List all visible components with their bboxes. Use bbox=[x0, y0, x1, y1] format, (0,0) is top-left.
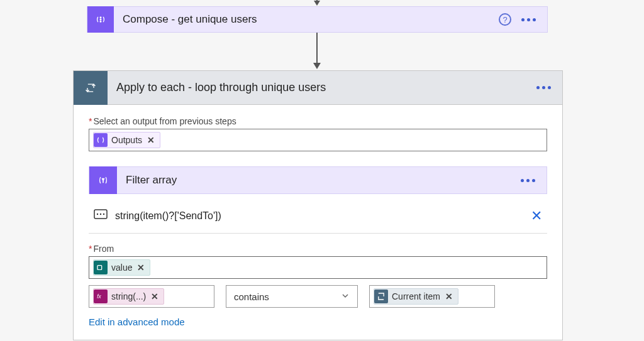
from-label: *From bbox=[89, 244, 547, 254]
flow-canvas: Compose - get unique users ? Apply to ea… bbox=[0, 0, 644, 341]
svg-point-9 bbox=[97, 214, 98, 215]
apply-body: *Select an output from previous steps Ou… bbox=[74, 105, 562, 340]
condition-right[interactable]: Current item ✕ bbox=[369, 285, 495, 308]
select-output-label: *Select an output from previous steps bbox=[89, 116, 547, 126]
loop-icon bbox=[74, 71, 108, 105]
arrow-in bbox=[311, 0, 323, 6]
compose-actions: ? bbox=[499, 13, 547, 26]
help-icon[interactable]: ? bbox=[499, 13, 511, 26]
select-output-input[interactable]: Outputs ✕ bbox=[89, 129, 547, 151]
token-outputs-label: Outputs bbox=[111, 135, 142, 145]
compose-icon bbox=[87, 6, 114, 33]
apply-header[interactable]: Apply to each - loop through unique user… bbox=[74, 71, 562, 105]
apply-title: Apply to each - loop through unique user… bbox=[108, 81, 536, 94]
svg-point-10 bbox=[100, 214, 101, 215]
filter-icon bbox=[89, 166, 117, 194]
token-outputs[interactable]: Outputs ✕ bbox=[93, 132, 160, 148]
token-string-expr[interactable]: fx string(...) ✕ bbox=[93, 288, 164, 305]
filter-menu[interactable] bbox=[521, 179, 535, 182]
token-current-item[interactable]: Current item ✕ bbox=[374, 288, 458, 305]
filter-body: string(item()?['SendTo']) ✕ *From S valu… bbox=[89, 194, 547, 327]
edit-advanced-link[interactable]: Edit in advanced mode bbox=[89, 317, 547, 327]
arrow-compose-to-apply bbox=[311, 33, 323, 70]
compose-title: Compose - get unique users bbox=[114, 13, 499, 26]
filter-title: Filter array bbox=[117, 174, 521, 187]
svg-text:fx: fx bbox=[97, 293, 101, 300]
svg-marker-6 bbox=[313, 63, 321, 69]
chevron-down-icon bbox=[341, 291, 350, 302]
expression-close[interactable]: ✕ bbox=[531, 208, 542, 224]
operator-label: contains bbox=[234, 291, 269, 302]
filter-header[interactable]: Filter array bbox=[89, 166, 547, 194]
compose-card[interactable]: Compose - get unique users ? bbox=[87, 6, 548, 33]
svg-marker-7 bbox=[102, 178, 105, 183]
svg-text:S: S bbox=[98, 266, 101, 270]
token-string-remove[interactable]: ✕ bbox=[151, 291, 158, 301]
sharepoint-token-icon: S bbox=[94, 261, 108, 274]
token-outputs-remove[interactable]: ✕ bbox=[147, 135, 155, 145]
loop-token-icon bbox=[374, 290, 388, 303]
compose-menu[interactable] bbox=[521, 18, 536, 21]
condition-operator[interactable]: contains bbox=[226, 285, 358, 308]
svg-marker-1 bbox=[314, 1, 320, 6]
from-section: *From S value ✕ bbox=[89, 244, 547, 279]
svg-point-4 bbox=[100, 21, 101, 23]
from-input[interactable]: S value ✕ bbox=[89, 256, 547, 279]
svg-point-11 bbox=[103, 214, 104, 215]
expression-text[interactable]: string(item()?['SendTo']) bbox=[115, 210, 531, 222]
condition-left[interactable]: fx string(...) ✕ bbox=[89, 285, 214, 308]
apply-to-each-card: Apply to each - loop through unique user… bbox=[73, 70, 563, 340]
expression-icon bbox=[94, 209, 108, 223]
fx-icon: fx bbox=[94, 290, 108, 303]
svg-point-2 bbox=[100, 17, 101, 18]
svg-point-3 bbox=[100, 19, 101, 20]
filter-array-card: Filter array string(item()?['SendTo']) ✕… bbox=[89, 166, 547, 327]
token-current-item-remove[interactable]: ✕ bbox=[445, 291, 453, 301]
token-value-label: value bbox=[111, 263, 132, 273]
compose-token-icon bbox=[94, 133, 108, 147]
token-value-remove[interactable]: ✕ bbox=[137, 263, 145, 273]
apply-menu[interactable] bbox=[536, 86, 551, 89]
token-value[interactable]: S value ✕ bbox=[93, 259, 150, 276]
condition-row: fx string(...) ✕ contains bbox=[89, 285, 547, 308]
token-current-item-label: Current item bbox=[392, 291, 440, 301]
token-string-label: string(...) bbox=[111, 291, 146, 301]
expression-row: string(item()?['SendTo']) ✕ bbox=[89, 199, 547, 234]
